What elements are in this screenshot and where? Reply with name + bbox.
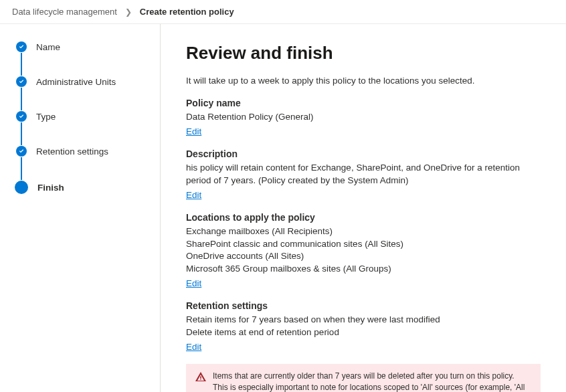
page-subtext: It will take up to a week to apply this …	[186, 76, 541, 86]
step-connector	[21, 88, 22, 110]
step-label: Retention settings	[36, 146, 108, 157]
step-name[interactable]: Name	[16, 41, 149, 52]
step-admin-units[interactable]: Administrative Units	[16, 76, 149, 87]
step-finish[interactable]: Finish	[16, 181, 149, 194]
section-title: Policy name	[186, 98, 541, 108]
retention-line: Delete items at end of retention period	[186, 326, 541, 339]
section-description: Description his policy will retain conte…	[186, 149, 541, 200]
step-label: Administrative Units	[36, 77, 116, 87]
wizard-content: Review and finish It will take up to a w…	[161, 24, 566, 392]
description-value: his policy will retain content for Excha…	[186, 162, 541, 187]
location-line: Microsoft 365 Group mailboxes & sites (A…	[186, 263, 541, 276]
app-root: Data lifecycle management ❯ Create reten…	[0, 0, 566, 392]
check-circle-icon	[16, 76, 27, 87]
section-retention: Retention settings Retain items for 7 ye…	[186, 300, 541, 352]
edit-policy-name-link[interactable]: Edit	[186, 126, 201, 136]
edit-locations-link[interactable]: Edit	[186, 278, 201, 288]
policy-name-value: Data Retention Policy (General)	[186, 111, 541, 124]
warning-banner: Items that are currently older than 7 ye…	[186, 364, 541, 392]
current-step-icon	[15, 181, 28, 194]
location-line: OneDrive accounts (All Sites)	[186, 250, 541, 263]
step-label: Name	[36, 42, 60, 52]
step-label: Finish	[37, 183, 64, 193]
page-title: Review and finish	[186, 43, 541, 64]
step-type[interactable]: Type	[16, 111, 149, 122]
chevron-right-icon: ❯	[125, 7, 132, 17]
step-retention-settings[interactable]: Retention settings	[16, 146, 149, 157]
section-title: Retention settings	[186, 300, 541, 311]
breadcrumb-current: Create retention policy	[140, 7, 234, 17]
step-connector	[21, 122, 22, 145]
wizard-body: Name Administrative Units Type Retention…	[0, 24, 566, 392]
step-label: Type	[36, 112, 56, 122]
section-locations: Locations to apply the policy Exchange m…	[186, 212, 541, 289]
check-circle-icon	[16, 41, 27, 52]
location-line: SharePoint classic and communication sit…	[186, 238, 541, 251]
section-title: Locations to apply the policy	[186, 212, 541, 223]
step-connector	[21, 157, 22, 180]
check-circle-icon	[16, 146, 27, 157]
edit-retention-link[interactable]: Edit	[186, 342, 201, 352]
warning-text: Items that are currently older than 7 ye…	[213, 371, 531, 392]
wizard-steps: Name Administrative Units Type Retention…	[0, 24, 161, 392]
retention-line: Retain items for 7 years based on when t…	[186, 314, 541, 326]
location-line: Exchange mailboxes (All Recipients)	[186, 225, 541, 238]
section-title: Description	[186, 149, 541, 159]
warning-triangle-icon	[195, 371, 206, 392]
section-policy-name: Policy name Data Retention Policy (Gener…	[186, 98, 541, 136]
breadcrumb: Data lifecycle management ❯ Create reten…	[0, 0, 566, 24]
edit-description-link[interactable]: Edit	[186, 190, 201, 200]
check-circle-icon	[16, 111, 27, 122]
step-connector	[21, 53, 22, 76]
breadcrumb-parent[interactable]: Data lifecycle management	[12, 7, 117, 17]
